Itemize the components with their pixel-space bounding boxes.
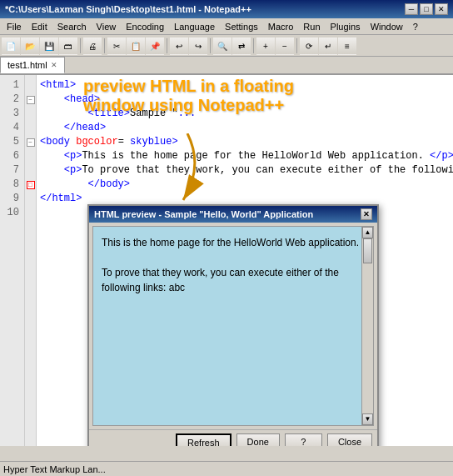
html-preview-dialog: HTML preview - Sample "Hello, World" App… xyxy=(87,204,379,446)
dialog-close-footer-button[interactable]: Close xyxy=(327,433,372,446)
find-button[interactable]: 🔍 xyxy=(213,37,231,55)
dialog-close-button[interactable]: ✕ xyxy=(361,208,372,220)
scrollbar-track xyxy=(362,238,373,413)
scrollbar-thumb[interactable] xyxy=(363,238,372,263)
help-button[interactable]: ? xyxy=(285,433,322,446)
menu-window[interactable]: Window xyxy=(366,18,408,34)
dialog-scrollbar[interactable]: ▲ ▼ xyxy=(361,227,373,425)
menu-run[interactable]: Run xyxy=(298,18,325,34)
menu-search[interactable]: Search xyxy=(52,18,92,34)
menu-edit[interactable]: Edit xyxy=(27,18,52,34)
tab-test1-html[interactable]: test1.html ✕ xyxy=(0,57,65,73)
menu-settings[interactable]: Settings xyxy=(220,18,263,34)
editor-area: 1 2 3 4 5 6 7 8 9 10 − − □ xyxy=(0,75,453,446)
close-window-button[interactable]: ✕ xyxy=(435,3,448,15)
toolbar: 📄 📂 💾 🗃 🖨 ✂ 📋 📌 ↩ ↪ 🔍 ⇄ + − ⟳ ↵ ≡ xyxy=(0,35,453,57)
replace-button[interactable]: ⇄ xyxy=(232,37,251,55)
minimize-button[interactable]: ─ xyxy=(405,3,418,15)
menu-file[interactable]: File xyxy=(2,18,27,34)
undo-button[interactable]: ↩ xyxy=(170,37,188,55)
save-button[interactable]: 💾 xyxy=(40,37,58,55)
code-line-1: <html> xyxy=(40,78,450,93)
status-text: Hyper Text Markup Lan... xyxy=(3,464,106,474)
wrap-button[interactable]: ↵ xyxy=(319,37,337,55)
toolbar-sep4 xyxy=(210,38,211,53)
code-line-5: <body bgcolor= skyblue> xyxy=(40,135,450,149)
code-line-8: </body> xyxy=(40,178,450,192)
dialog-content-line4: following links: abc xyxy=(102,280,365,295)
save-all-button[interactable]: 🗃 xyxy=(59,37,77,55)
scrollbar-up-button[interactable]: ▲ xyxy=(362,227,373,238)
tab-close-icon[interactable]: ✕ xyxy=(51,61,57,69)
menu-view[interactable]: View xyxy=(92,18,122,34)
menu-language[interactable]: Language xyxy=(169,18,220,34)
dialog-content-line1: This is the home page for the HelloWorld… xyxy=(102,235,365,250)
title-bar: *C:\Users\Laxman Singh\Desktop\test1.htm… xyxy=(0,0,453,18)
zoom-in-button[interactable]: + xyxy=(256,37,275,55)
print-button[interactable]: 🖨 xyxy=(83,37,102,55)
code-line-6: <p>This is the home page for the HelloWo… xyxy=(40,149,450,163)
dialog-content-line3: To prove that they work, you can execute… xyxy=(102,265,365,280)
code-line-7: <p>To prove that they work, you can exec… xyxy=(40,163,450,178)
dialog-footer: Refresh Done ? Close xyxy=(89,429,377,446)
code-line-4: </head> xyxy=(40,121,450,135)
tab-bar: test1.html ✕ xyxy=(0,57,453,75)
zoom-out-button[interactable]: − xyxy=(276,37,294,55)
menu-help[interactable]: ? xyxy=(408,18,423,34)
maximize-button[interactable]: □ xyxy=(420,3,433,15)
tab-label: test1.html xyxy=(7,60,47,70)
menu-plugins[interactable]: Plugins xyxy=(326,18,366,34)
dialog-preview-content: This is the home page for the HelloWorld… xyxy=(92,226,374,426)
cut-button[interactable]: ✂ xyxy=(107,37,126,55)
refresh-button[interactable]: Refresh xyxy=(176,433,231,446)
fold-btn-5[interactable]: − xyxy=(27,138,35,147)
toolbar-sep2 xyxy=(104,38,105,53)
toolbar-sep1 xyxy=(80,38,81,53)
title-bar-buttons: ─ □ ✕ xyxy=(405,3,448,15)
scrollbar-down-button[interactable]: ▼ xyxy=(362,413,373,425)
done-button[interactable]: Done xyxy=(236,433,280,446)
toolbar-sep5 xyxy=(253,38,254,53)
fold-gutter: − − □ xyxy=(25,75,37,446)
status-bar: Hyper Text Markup Lan... xyxy=(0,461,453,476)
menu-encoding[interactable]: Encoding xyxy=(121,18,169,34)
dialog-title-bar: HTML preview - Sample "Hello, World" App… xyxy=(89,206,377,223)
fold-btn-8[interactable]: □ xyxy=(27,181,35,189)
open-button[interactable]: 📂 xyxy=(21,37,39,55)
title-bar-text: *C:\Users\Laxman Singh\Desktop\test1.htm… xyxy=(5,4,251,14)
dialog-title-text: HTML preview - Sample "Hello, World" App… xyxy=(94,209,313,219)
copy-button[interactable]: 📋 xyxy=(127,37,145,55)
dialog-body: This is the home page for the HelloWorld… xyxy=(89,226,377,426)
paste-button[interactable]: 📌 xyxy=(146,37,164,55)
toolbar-sep3 xyxy=(167,38,167,53)
sync-button[interactable]: ⟳ xyxy=(300,37,318,55)
redo-button[interactable]: ↪ xyxy=(189,37,207,55)
code-line-2: <head> xyxy=(40,93,450,107)
indent-button[interactable]: ≡ xyxy=(338,37,356,55)
code-line-3: <title>Sample "... xyxy=(40,107,450,121)
new-button[interactable]: 📄 xyxy=(2,37,20,55)
line-numbers: 1 2 3 4 5 6 7 8 9 10 xyxy=(0,75,25,446)
menu-macro[interactable]: Macro xyxy=(263,18,299,34)
menu-bar: File Edit Search View Encoding Language … xyxy=(0,18,453,35)
fold-btn-2[interactable]: − xyxy=(27,96,35,104)
toolbar-sep6 xyxy=(296,38,297,53)
